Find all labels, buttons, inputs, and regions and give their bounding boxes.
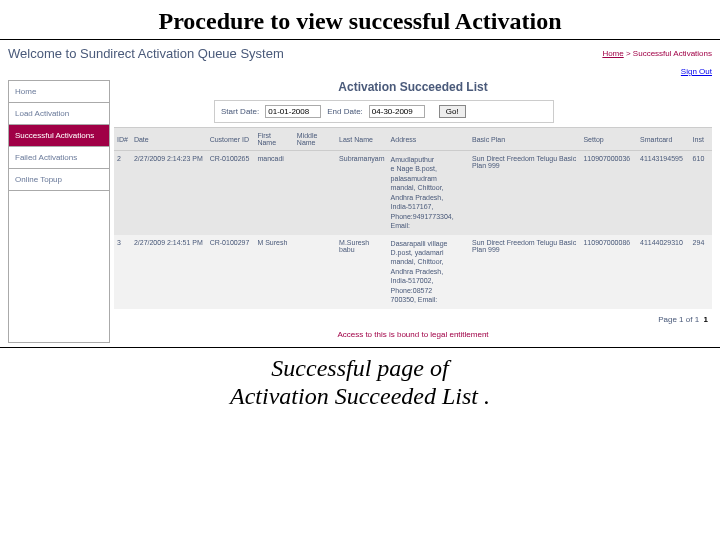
sidebar-item-failed-activations[interactable]: Failed Activations [9,147,109,169]
footer-note: Access to this is bound to legal entitle… [114,326,712,343]
slide-caption-line2: Activation Succeeded List . [230,383,490,409]
cell-inst: 294 [690,235,712,309]
cell-fn: mancadi [254,151,293,235]
th-settop: Settop [580,128,637,151]
th-address: Address [388,128,469,151]
cell-idx: 3 [114,235,131,309]
slide-caption: Successful page of Activation Succeeded … [0,347,720,412]
th-basic-plan: Basic Plan [469,128,580,151]
th-first-name: First Name [254,128,293,151]
go-button[interactable]: Go! [439,105,466,118]
th-smartcard: Smartcard [637,128,690,151]
cell-mn [294,235,336,309]
th-customer-id: Customer ID [207,128,255,151]
pager-label: Page 1 of 1 [658,315,699,324]
cell-cust: CR-0100297 [207,235,255,309]
end-date-label: End Date: [327,107,363,116]
sidebar-item-load-activation[interactable]: Load Activation [9,103,109,125]
page-heading: Activation Succeeded List [114,80,712,100]
welcome-text: Welcome to Sundirect Activation Queue Sy… [8,46,284,61]
table-header-row: ID# Date Customer ID First Name Middle N… [114,128,712,151]
signout-row: Sign Out [8,67,712,80]
cell-fn: M Suresh [254,235,293,309]
cell-smartcard: 41144029310 [637,235,690,309]
sign-out-link[interactable]: Sign Out [681,67,712,76]
th-inst: Inst [690,128,712,151]
th-date: Date [131,128,207,151]
breadcrumb-sep: > [624,49,633,58]
slide-caption-line1: Successful page of [271,355,448,381]
cell-inst: 610 [690,151,712,235]
cell-ln: Subramanyam [336,151,388,235]
cell-idx: 2 [114,151,131,235]
pager-current-page: 1 [704,315,708,324]
breadcrumb: Home > Successful Activations [602,49,712,58]
date-filter: Start Date: End Date: Go! [214,100,554,123]
pager: Page 1 of 1 1 [114,309,712,326]
table-row: 22/27/2009 2:14:23 PMCR-0100265mancadiSu… [114,151,712,235]
breadcrumb-current: Successful Activations [633,49,712,58]
cell-cust: CR-0100265 [207,151,255,235]
end-date-input[interactable] [369,105,425,118]
sidebar-item-home[interactable]: Home [9,81,109,103]
breadcrumb-home-link[interactable]: Home [602,49,623,58]
cell-ln: M.Suresh babu [336,235,388,309]
cell-mn [294,151,336,235]
cell-settop: 110907000036 [580,151,637,235]
cell-addr: Amudlaputhure Nage B.post,palasamudramma… [388,151,469,235]
welcome-bar: Welcome to Sundirect Activation Queue Sy… [8,44,712,67]
th-last-name: Last Name [336,128,388,151]
cell-settop: 110907000086 [580,235,637,309]
activation-table: ID# Date Customer ID First Name Middle N… [114,127,712,309]
sidebar: Home Load Activation Successful Activati… [8,80,110,343]
cell-plan: Sun Direct Freedom Telugu Basic Plan 999 [469,235,580,309]
cell-addr: Dasarapalli villageD.post, yadamarimanda… [388,235,469,309]
cell-smartcard: 41143194595 [637,151,690,235]
th-middle-name: Middle Name [294,128,336,151]
sidebar-item-online-topup[interactable]: Online Topup [9,169,109,191]
content: Activation Succeeded List Start Date: En… [114,80,712,343]
slide-title: Procedure to view successful Activation [0,0,720,40]
th-idx: ID# [114,128,131,151]
app-container: Welcome to Sundirect Activation Queue Sy… [0,40,720,347]
cell-date: 2/27/2009 2:14:51 PM [131,235,207,309]
start-date-label: Start Date: [221,107,259,116]
table-row: 32/27/2009 2:14:51 PMCR-0100297M SureshM… [114,235,712,309]
cell-date: 2/27/2009 2:14:23 PM [131,151,207,235]
cell-plan: Sun Direct Freedom Telugu Basic Plan 999 [469,151,580,235]
start-date-input[interactable] [265,105,321,118]
sidebar-item-successful-activations[interactable]: Successful Activations [9,125,109,147]
